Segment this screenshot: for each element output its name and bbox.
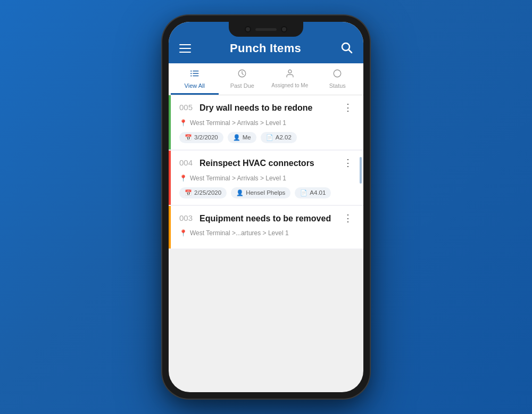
more-options-button[interactable]: ⋮ bbox=[341, 158, 355, 168]
more-options-button[interactable]: ⋮ bbox=[341, 103, 355, 112]
svg-point-6 bbox=[190, 73, 192, 74]
scroll-indicator bbox=[360, 157, 362, 184]
punch-number: 005 bbox=[179, 103, 200, 112]
date-tag: 📅 3/2/2020 bbox=[179, 132, 223, 143]
calendar-icon: 📅 bbox=[185, 134, 192, 141]
tab-assigned-to-me[interactable]: Assigned to Me bbox=[266, 63, 314, 95]
doc-value: A2.02 bbox=[276, 134, 292, 140]
punch-title: Reinspect HVAC connectors bbox=[200, 158, 341, 169]
speaker bbox=[255, 28, 277, 31]
doc-tag: 📄 A4.01 bbox=[295, 187, 331, 198]
punch-number: 003 bbox=[179, 213, 200, 222]
tab-assigned-label: Assigned to Me bbox=[271, 82, 308, 88]
person-icon bbox=[285, 69, 295, 80]
location-text: West Terminal >...artures > Level 1 bbox=[190, 229, 289, 237]
phone-frame: Punch Items bbox=[162, 15, 370, 399]
location-text: West Terminal > Arrivals > Level 1 bbox=[190, 119, 286, 127]
more-options-button[interactable]: ⋮ bbox=[341, 213, 355, 223]
tab-status-label: Status bbox=[329, 82, 346, 89]
punch-item-header: 004 Reinspect HVAC connectors ⋮ bbox=[179, 158, 355, 169]
punch-number: 004 bbox=[179, 158, 200, 167]
punch-location: 📍 West Terminal > Arrivals > Level 1 bbox=[179, 175, 355, 182]
svg-point-5 bbox=[190, 70, 192, 71]
punch-title: Dry wall needs to be redone bbox=[200, 103, 341, 114]
location-icon: 📍 bbox=[179, 119, 187, 127]
doc-tag: 📄 A2.02 bbox=[261, 132, 297, 143]
location-icon: 📍 bbox=[179, 229, 187, 237]
tab-view-all-label: View All bbox=[185, 82, 205, 89]
date-tag: 📅 2/25/2020 bbox=[179, 187, 227, 198]
page-title: Punch Items bbox=[230, 42, 301, 55]
user-icon: 👤 bbox=[233, 134, 240, 141]
punch-item[interactable]: 005 Dry wall needs to be redone ⋮ 📍 West… bbox=[169, 95, 363, 150]
punch-list: 005 Dry wall needs to be redone ⋮ 📍 West… bbox=[169, 95, 363, 250]
person-tag: 👤 Me bbox=[228, 132, 256, 143]
tab-bar: View All Past Due Assign bbox=[169, 63, 363, 95]
punch-item[interactable]: 003 Equipment needs to be removed ⋮ 📍 We… bbox=[169, 206, 363, 249]
user-icon: 👤 bbox=[236, 189, 244, 196]
punch-location: 📍 West Terminal > Arrivals > Level 1 bbox=[179, 119, 355, 127]
person-value: Hensel Phelps bbox=[246, 189, 285, 196]
punch-location: 📍 West Terminal >...artures > Level 1 bbox=[179, 229, 355, 237]
date-value: 3/2/2020 bbox=[194, 134, 218, 140]
location-text: West Terminal > Arrivals > Level 1 bbox=[190, 175, 286, 182]
menu-button[interactable] bbox=[179, 44, 191, 53]
clock-icon bbox=[237, 69, 247, 80]
status-icon bbox=[332, 69, 342, 80]
tab-status[interactable]: Status bbox=[314, 63, 362, 95]
doc-icon: 📄 bbox=[300, 189, 307, 196]
date-value: 2/25/2020 bbox=[194, 189, 221, 196]
tab-past-due[interactable]: Past Due bbox=[219, 63, 267, 95]
phone-screen: Punch Items bbox=[169, 22, 363, 392]
svg-point-9 bbox=[288, 70, 292, 73]
svg-point-7 bbox=[190, 75, 192, 76]
person-value: Me bbox=[243, 134, 251, 140]
doc-icon: 📄 bbox=[266, 134, 273, 141]
calendar-icon: 📅 bbox=[185, 189, 192, 196]
punch-tags: 📅 2/25/2020 👤 Hensel Phelps 📄 A4.01 bbox=[179, 187, 355, 198]
punch-item-header: 005 Dry wall needs to be redone ⋮ bbox=[179, 103, 355, 114]
notch bbox=[229, 22, 303, 37]
search-button[interactable] bbox=[340, 41, 353, 56]
svg-line-1 bbox=[348, 50, 352, 53]
doc-value: A4.01 bbox=[310, 189, 326, 196]
punch-tags: 📅 3/2/2020 👤 Me 📄 A2.02 bbox=[179, 132, 355, 143]
punch-item[interactable]: 004 Reinspect HVAC connectors ⋮ 📍 West T… bbox=[169, 151, 363, 205]
svg-point-10 bbox=[334, 70, 342, 77]
tab-past-due-label: Past Due bbox=[230, 82, 254, 89]
list-icon bbox=[190, 69, 200, 80]
person-tag: 👤 Hensel Phelps bbox=[231, 187, 290, 198]
punch-title: Equipment needs to be removed bbox=[200, 213, 341, 225]
front-camera bbox=[245, 26, 251, 32]
punch-item-header: 003 Equipment needs to be removed ⋮ bbox=[179, 213, 355, 225]
front-camera-2 bbox=[281, 26, 287, 32]
location-icon: 📍 bbox=[179, 175, 187, 182]
tab-view-all[interactable]: View All bbox=[171, 63, 219, 95]
